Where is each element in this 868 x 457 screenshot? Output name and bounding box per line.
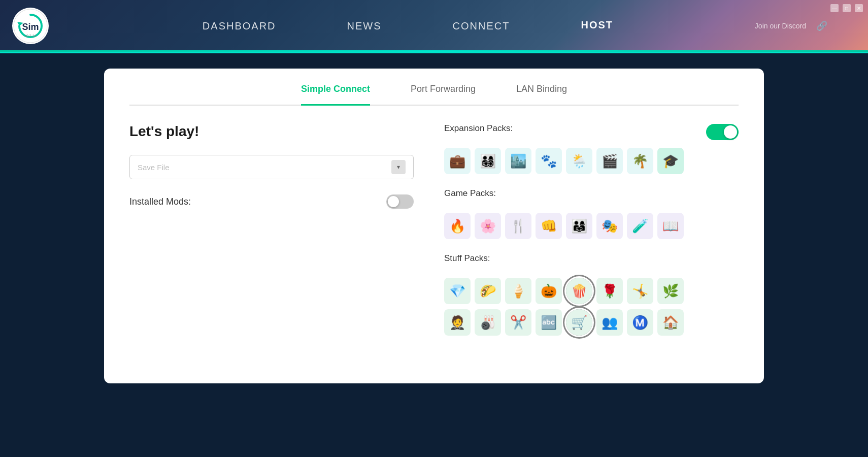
nav-connect[interactable]: CONNECT xyxy=(448,0,515,52)
stuff-icon-r1-3[interactable]: 🎃 xyxy=(536,278,562,304)
game-icon-7[interactable]: 📖 xyxy=(657,213,684,239)
stuff-icon-r1-2[interactable]: 🍦 xyxy=(505,278,531,304)
game-icon-3[interactable]: 👊 xyxy=(536,213,562,239)
expansion-icon-5[interactable]: 🎬 xyxy=(596,148,623,174)
game-packs-header: Game Packs: xyxy=(444,188,739,206)
discord-icon: 🔗 xyxy=(816,20,827,31)
stuff-icon-r1-1[interactable]: 🌮 xyxy=(475,278,501,304)
expansion-packs-toggle[interactable] xyxy=(706,124,739,140)
game-icon-1[interactable]: 🌸 xyxy=(475,213,501,239)
stuff-icon-r2-1[interactable]: 🎳 xyxy=(475,309,501,336)
expansion-packs-header: Expansion Packs: xyxy=(444,123,739,141)
svg-text:v0.2.14: v0.2.14 xyxy=(25,34,37,38)
tab-simple-connect[interactable]: Simple Connect xyxy=(301,84,370,106)
installed-mods-toggle[interactable] xyxy=(386,194,414,209)
installed-mods-row: Installed Mods: xyxy=(129,194,414,209)
installed-mods-label: Installed Mods: xyxy=(129,197,191,207)
expansion-icon-2[interactable]: 🏙️ xyxy=(505,148,531,174)
stuff-icon-r2-0[interactable]: 🤵 xyxy=(444,309,471,336)
stuff-icon-r1-4[interactable]: 🍿 xyxy=(566,278,592,304)
header: Sim v0.2.14 DASHBOARD NEWS CONNECT HOST … xyxy=(0,0,868,53)
right-section: Expansion Packs: 💼 👨‍👩‍👧‍👦 🏙️ 🐾 🌦️ 🎬 🌴 xyxy=(444,123,739,350)
main-content: Simple Connect Port Forwarding LAN Bindi… xyxy=(0,53,868,457)
game-icons-row: 🔥 🌸 🍴 👊 👨‍👩‍👧 🎭 🧪 📖 xyxy=(444,213,739,239)
save-file-dropdown[interactable]: Save File ▾ xyxy=(129,155,414,179)
expansion-icon-4[interactable]: 🌦️ xyxy=(566,148,592,174)
expansion-icon-1[interactable]: 👨‍👩‍👧‍👦 xyxy=(475,148,501,174)
stuff-icons-row2: 🤵 🎳 ✂️ 🔤 🛒 👥 Ⓜ️ 🏠 xyxy=(444,309,739,336)
tab-bar: Simple Connect Port Forwarding LAN Bindi… xyxy=(129,84,739,106)
main-nav: DASHBOARD NEWS CONNECT HOST xyxy=(61,0,755,52)
stuff-packs-section: Stuff Packs: 💎 🌮 🍦 🎃 🍿 🌹 🤸 🌿 xyxy=(444,253,739,336)
game-icon-0[interactable]: 🔥 xyxy=(444,213,471,239)
stuff-icon-r1-0[interactable]: 💎 xyxy=(444,278,471,304)
stuff-packs-header: Stuff Packs: xyxy=(444,253,739,271)
close-button[interactable]: ✕ xyxy=(855,4,863,12)
expansion-icon-3[interactable]: 🐾 xyxy=(536,148,562,174)
tab-lan-binding[interactable]: LAN Binding xyxy=(516,84,567,97)
logo: Sim v0.2.14 xyxy=(12,8,49,44)
nav-host[interactable]: HOST xyxy=(576,0,618,52)
discord-link[interactable]: Join our Discord xyxy=(755,22,806,30)
nav-news[interactable]: NEWS xyxy=(342,0,387,52)
nav-dashboard[interactable]: DASHBOARD xyxy=(197,0,281,52)
stuff-icon-r2-7[interactable]: 🏠 xyxy=(657,309,684,336)
svg-text:Sim: Sim xyxy=(22,22,39,32)
stuff-icon-r1-7[interactable]: 🌿 xyxy=(657,278,684,304)
save-file-row: Save File ▾ xyxy=(129,155,414,179)
stuff-icon-r1-6[interactable]: 🤸 xyxy=(627,278,653,304)
stuff-icon-r2-6[interactable]: Ⓜ️ xyxy=(627,309,653,336)
logo-area: Sim v0.2.14 xyxy=(0,0,61,52)
left-section: Let's play! Save File ▾ Installed Mods: xyxy=(129,123,414,350)
game-packs-section: Game Packs: 🔥 🌸 🍴 👊 👨‍👩‍👧 🎭 🧪 📖 xyxy=(444,188,739,239)
page-title: Let's play! xyxy=(129,123,414,140)
expansion-icon-7[interactable]: 🎓 xyxy=(657,148,684,174)
stuff-icon-r2-2[interactable]: ✂️ xyxy=(505,309,531,336)
stuff-icon-r2-3[interactable]: 🔤 xyxy=(536,309,562,336)
tab-port-forwarding[interactable]: Port Forwarding xyxy=(411,84,476,97)
game-icon-5[interactable]: 🎭 xyxy=(596,213,623,239)
expansion-packs-label: Expansion Packs: xyxy=(444,123,513,134)
game-icon-2[interactable]: 🍴 xyxy=(505,213,531,239)
stuff-icon-r2-4[interactable]: 🛒 xyxy=(566,309,592,336)
stuff-icons-row1: 💎 🌮 🍦 🎃 🍿 🌹 🤸 🌿 xyxy=(444,278,739,304)
stuff-packs-label: Stuff Packs: xyxy=(444,253,490,264)
expansion-icons-row: 💼 👨‍👩‍👧‍👦 🏙️ 🐾 🌦️ 🎬 🌴 🎓 xyxy=(444,148,739,174)
game-icon-6[interactable]: 🧪 xyxy=(627,213,653,239)
stuff-icon-r2-5[interactable]: 👥 xyxy=(596,309,623,336)
minimize-button[interactable]: — xyxy=(830,4,839,12)
expansion-icon-6[interactable]: 🌴 xyxy=(627,148,653,174)
expansion-toggle-knob xyxy=(724,125,737,139)
logo-icon: Sim v0.2.14 xyxy=(13,9,48,43)
window-controls: — □ ✕ xyxy=(830,0,863,12)
content-grid: Let's play! Save File ▾ Installed Mods: xyxy=(129,123,739,350)
toggle-knob xyxy=(388,196,399,207)
game-packs-label: Game Packs: xyxy=(444,188,496,199)
content-card: Simple Connect Port Forwarding LAN Bindi… xyxy=(104,69,764,383)
game-icon-4[interactable]: 👨‍👩‍👧 xyxy=(566,213,592,239)
expansion-packs-section: Expansion Packs: 💼 👨‍👩‍👧‍👦 🏙️ 🐾 🌦️ 🎬 🌴 xyxy=(444,123,739,174)
dropdown-arrow-icon: ▾ xyxy=(391,160,406,174)
maximize-button[interactable]: □ xyxy=(843,4,851,12)
save-file-placeholder: Save File xyxy=(138,163,170,172)
stuff-icon-r1-5[interactable]: 🌹 xyxy=(596,278,623,304)
expansion-icon-0[interactable]: 💼 xyxy=(444,148,471,174)
